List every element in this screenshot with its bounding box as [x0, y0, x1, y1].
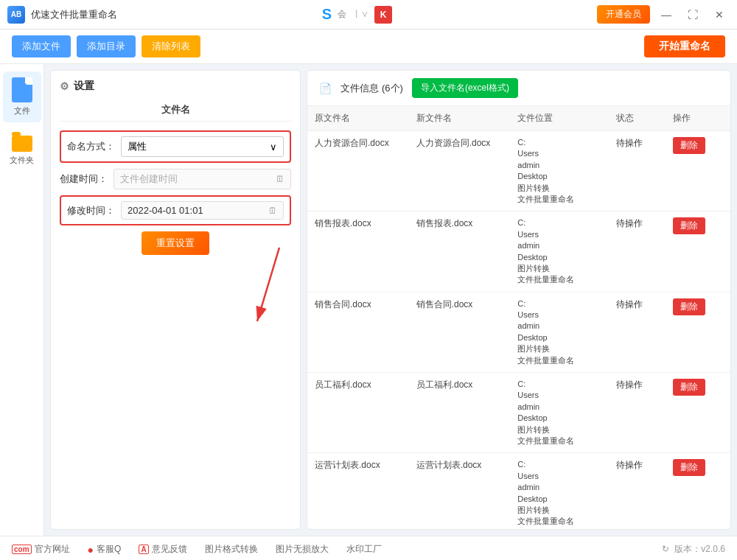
add-dir-button[interactable]: 添加目录	[77, 35, 136, 57]
cell-action: 删除	[666, 292, 730, 372]
separator: 丨∨	[352, 8, 368, 21]
calendar-icon-2: 🗓	[268, 206, 277, 216]
footer-img-convert[interactable]: 图片格式转换	[205, 543, 258, 556]
naming-row: 命名方式： 属性 ∨	[67, 136, 284, 157]
col-original: 原文件名	[307, 106, 409, 131]
reset-settings-button[interactable]: 重置设置	[142, 231, 209, 255]
table-body: 人力资源合同.docx 人力资源合同.docx C:UsersadminDesk…	[307, 131, 730, 530]
pdf-icon: A	[139, 545, 148, 554]
create-time-row: 创建时间： 文件创建时间 🗓	[60, 169, 291, 189]
titlebar-center: S 会 丨∨ K	[322, 6, 392, 24]
table-row: 运营计划表.docx 运营计划表.docx C:UsersadminDeskto…	[307, 453, 730, 529]
cell-status: 待操作	[609, 453, 666, 529]
cell-new-name: 人力资源合同.docx	[409, 131, 511, 211]
nav-item-file[interactable]: 文件	[3, 71, 41, 122]
logo-s: S	[322, 6, 332, 23]
footer-watermark[interactable]: 水印工厂	[346, 543, 382, 556]
cell-status: 待操作	[609, 373, 666, 453]
app-icon: AB	[7, 6, 25, 24]
delete-button[interactable]: 删除	[673, 298, 705, 315]
qq-label: 客服Q	[97, 543, 121, 556]
table-row: 销售合同.docx 销售合同.docx C:UsersadminDesktop图…	[307, 292, 730, 372]
col-status: 状态	[609, 106, 666, 131]
table-row: 销售报表.docx 销售报表.docx C:UsersadminDesktop图…	[307, 211, 730, 292]
delete-button[interactable]: 删除	[673, 137, 705, 154]
nav-item-folder[interactable]: 文件夹	[3, 130, 41, 172]
close-button[interactable]: ✕	[709, 4, 730, 25]
files-table: 原文件名 新文件名 文件位置 状态 操作 人力资源合同.docx 人力资源合同.…	[307, 106, 730, 529]
file-table: 原文件名 新文件名 文件位置 状态 操作 人力资源合同.docx 人力资源合同.…	[307, 106, 730, 529]
add-file-button[interactable]: 添加文件	[12, 35, 71, 57]
panel-title: 设置	[74, 80, 94, 93]
file-icon-small: 📄	[319, 83, 332, 94]
create-time-label: 创建时间：	[60, 172, 108, 186]
delete-button[interactable]: 删除	[673, 379, 705, 396]
cell-original: 员工福利.docx	[307, 373, 409, 453]
file-info-label: 文件信息 (6个)	[340, 82, 403, 95]
app-title: 优速文件批量重命名	[31, 8, 117, 21]
cell-location: C:UsersadminDesktop图片转换文件批量重命名	[510, 211, 609, 292]
create-time-input[interactable]: 文件创建时间 🗓	[113, 169, 291, 189]
settings-panel: ⚙ 设置 文件名 命名方式： 属性 ∨ 创建时间： 文件创建时间 🗓	[50, 70, 301, 530]
modify-time-box: 修改时间： 2022-04-01 01:01 🗓	[60, 195, 291, 225]
cell-new-name: 运营计划表.docx	[409, 453, 511, 529]
col-location: 文件位置	[510, 106, 609, 131]
cell-location: C:UsersadminDesktop图片转换文件批量重命名	[510, 131, 609, 211]
right-header: 📄 文件信息 (6个) 导入文件名(excel格式)	[307, 71, 730, 106]
minimize-button[interactable]: —	[656, 4, 677, 25]
delete-button[interactable]: 删除	[673, 459, 705, 476]
panel-header: ⚙ 设置	[60, 80, 291, 93]
cell-new-name: 销售报表.docx	[409, 211, 511, 292]
cell-location: C:UsersadminDesktop图片转换文件批量重命名	[510, 453, 609, 529]
titlebar-right: 开通会员 — ⛶ ✕	[597, 4, 730, 25]
vip-button[interactable]: 开通会员	[597, 5, 650, 24]
cell-original: 人力资源合同.docx	[307, 131, 409, 211]
start-rename-button[interactable]: 开始重命名	[644, 35, 725, 57]
cell-original: 运营计划表.docx	[307, 453, 409, 529]
cell-new-name: 销售合同.docx	[409, 292, 511, 372]
create-time-placeholder: 文件创建时间	[120, 172, 178, 186]
cell-original: 销售合同.docx	[307, 292, 409, 372]
qq-icon: ●	[88, 544, 94, 556]
cell-status: 待操作	[609, 292, 666, 372]
side-nav: 文件 文件夹	[0, 64, 44, 536]
titlebar: AB 优速文件批量重命名 S 会 丨∨ K 开通会员 — ⛶ ✕	[0, 0, 737, 29]
delete-button[interactable]: 删除	[673, 217, 705, 234]
maximize-button[interactable]: ⛶	[682, 4, 703, 25]
file-count: (6个)	[382, 82, 403, 95]
footer-website[interactable]: com 官方网址	[12, 543, 70, 556]
main-layout: 文件 文件夹 ⚙ 设置 文件名 命名方式： 属性 ∨ 创建时间：	[0, 64, 737, 536]
clear-list-button[interactable]: 清除列表	[142, 35, 200, 57]
feedback-label: 意见反馈	[152, 543, 187, 556]
gear-icon: ⚙	[60, 80, 69, 92]
table-row: 员工福利.docx 员工福利.docx C:UsersadminDesktop图…	[307, 373, 730, 453]
naming-select[interactable]: 属性 ∨	[121, 136, 284, 157]
footer-qq[interactable]: ● 客服Q	[88, 543, 122, 556]
titlebar-left: AB 优速文件批量重命名	[7, 6, 117, 24]
footer-feedback[interactable]: A 意见反馈	[139, 543, 186, 556]
nav-file-label: 文件	[14, 105, 30, 116]
calendar-icon: 🗓	[276, 174, 284, 184]
img-convert-label: 图片格式转换	[205, 543, 258, 556]
cell-original: 销售报表.docx	[307, 211, 409, 292]
modify-time-input[interactable]: 2022-04-01 01:01 🗓	[121, 201, 284, 220]
k-icon: K	[374, 6, 392, 24]
naming-value: 属性	[128, 140, 147, 153]
nav-folder-label: 文件夹	[10, 155, 34, 166]
footer: com 官方网址 ● 客服Q A 意见反馈 图片格式转换 图片无损放大 水印工厂…	[0, 536, 737, 560]
website-label: 官方网址	[35, 543, 70, 556]
info-text: 文件信息	[340, 82, 379, 95]
footer-img-lossless[interactable]: 图片无损放大	[276, 543, 329, 556]
col-new-name: 新文件名	[409, 106, 511, 131]
modify-time-value: 2022-04-01 01:01	[128, 205, 203, 216]
table-header: 原文件名 新文件名 文件位置 状态 操作	[307, 106, 730, 131]
cell-action: 删除	[666, 453, 730, 529]
cell-status: 待操作	[609, 131, 666, 211]
img-lossless-label: 图片无损放大	[276, 543, 329, 556]
import-button[interactable]: 导入文件名(excel格式)	[412, 78, 518, 98]
cell-location: C:UsersadminDesktop图片转换文件批量重命名	[510, 373, 609, 453]
version-text: 版本：v2.0.6	[674, 544, 725, 554]
cell-action: 删除	[666, 131, 730, 211]
folder-icon	[12, 136, 32, 152]
section-title: 文件名	[60, 103, 291, 122]
